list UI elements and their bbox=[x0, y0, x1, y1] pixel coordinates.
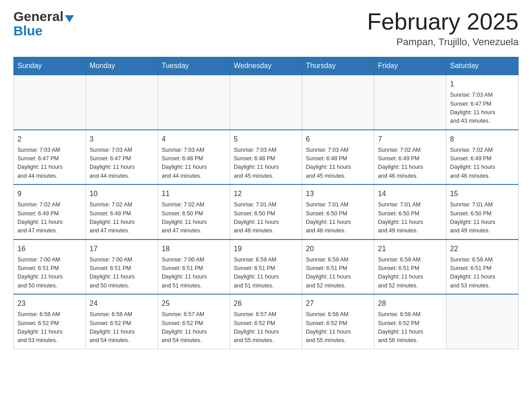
day-info: Sunrise: 7:01 AMSunset: 6:50 PMDaylight:… bbox=[450, 201, 515, 235]
day-info: Sunrise: 6:59 AMSunset: 6:51 PMDaylight:… bbox=[306, 256, 370, 291]
day-info: Sunrise: 7:02 AMSunset: 6:49 PMDaylight:… bbox=[90, 201, 154, 235]
day-info: Sunrise: 6:56 AMSunset: 6:52 PMDaylight:… bbox=[306, 310, 370, 345]
day-number: 3 bbox=[90, 134, 154, 145]
day-number: 27 bbox=[306, 298, 370, 309]
calendar-week-row: 16Sunrise: 7:00 AMSunset: 6:51 PMDayligh… bbox=[14, 240, 519, 295]
day-number: 9 bbox=[17, 188, 82, 199]
day-number: 17 bbox=[90, 244, 154, 254]
calendar-cell: 7Sunrise: 7:02 AMSunset: 6:49 PMDaylight… bbox=[374, 130, 446, 185]
day-info: Sunrise: 7:02 AMSunset: 6:49 PMDaylight:… bbox=[17, 201, 82, 235]
calendar-cell: 14Sunrise: 7:01 AMSunset: 6:50 PMDayligh… bbox=[374, 184, 446, 240]
day-info: Sunrise: 7:01 AMSunset: 6:50 PMDaylight:… bbox=[234, 201, 298, 235]
day-number: 21 bbox=[378, 244, 442, 254]
calendar-cell bbox=[14, 75, 86, 130]
day-info: Sunrise: 7:00 AMSunset: 6:51 PMDaylight:… bbox=[90, 256, 154, 291]
day-info: Sunrise: 7:02 AMSunset: 6:49 PMDaylight:… bbox=[378, 146, 442, 181]
day-info: Sunrise: 6:57 AMSunset: 6:52 PMDaylight:… bbox=[234, 310, 298, 345]
weekday-header-thursday: Thursday bbox=[302, 57, 374, 75]
calendar-cell: 22Sunrise: 6:58 AMSunset: 6:51 PMDayligh… bbox=[446, 240, 519, 295]
day-number: 23 bbox=[17, 298, 82, 309]
day-number: 20 bbox=[306, 244, 370, 254]
weekday-header-sunday: Sunday bbox=[14, 57, 86, 75]
calendar-week-row: 2Sunrise: 7:03 AMSunset: 6:47 PMDaylight… bbox=[14, 130, 519, 185]
day-info: Sunrise: 7:02 AMSunset: 6:49 PMDaylight:… bbox=[450, 146, 515, 181]
calendar-cell: 3Sunrise: 7:03 AMSunset: 6:47 PMDaylight… bbox=[86, 130, 158, 185]
calendar-week-row: 1Sunrise: 7:03 AMSunset: 6:47 PMDaylight… bbox=[14, 75, 519, 130]
day-number: 8 bbox=[450, 134, 515, 145]
calendar-cell: 18Sunrise: 7:00 AMSunset: 6:51 PMDayligh… bbox=[158, 240, 230, 295]
day-number: 13 bbox=[306, 188, 370, 199]
calendar-cell: 8Sunrise: 7:02 AMSunset: 6:49 PMDaylight… bbox=[446, 130, 519, 185]
day-number: 19 bbox=[234, 244, 298, 254]
day-number: 24 bbox=[90, 298, 154, 309]
day-number: 6 bbox=[306, 134, 370, 145]
calendar-cell: 21Sunrise: 6:59 AMSunset: 6:51 PMDayligh… bbox=[374, 240, 446, 295]
day-info: Sunrise: 7:00 AMSunset: 6:51 PMDaylight:… bbox=[17, 256, 82, 291]
day-info: Sunrise: 7:03 AMSunset: 6:47 PMDaylight:… bbox=[90, 146, 154, 181]
calendar-cell bbox=[446, 294, 519, 349]
calendar-cell: 12Sunrise: 7:01 AMSunset: 6:50 PMDayligh… bbox=[230, 184, 302, 240]
logo: General Blue bbox=[13, 9, 74, 38]
day-number: 18 bbox=[162, 244, 226, 254]
calendar-cell: 26Sunrise: 6:57 AMSunset: 6:52 PMDayligh… bbox=[230, 294, 302, 349]
calendar-week-row: 9Sunrise: 7:02 AMSunset: 6:49 PMDaylight… bbox=[14, 184, 519, 240]
day-number: 28 bbox=[378, 298, 442, 309]
weekday-header-saturday: Saturday bbox=[446, 57, 519, 75]
calendar-cell: 17Sunrise: 7:00 AMSunset: 6:51 PMDayligh… bbox=[86, 240, 158, 295]
calendar-cell: 5Sunrise: 7:03 AMSunset: 6:48 PMDaylight… bbox=[230, 130, 302, 185]
weekday-header-friday: Friday bbox=[374, 57, 446, 75]
day-number: 16 bbox=[17, 244, 82, 254]
calendar-cell: 24Sunrise: 6:58 AMSunset: 6:52 PMDayligh… bbox=[86, 294, 158, 349]
day-info: Sunrise: 7:02 AMSunset: 6:50 PMDaylight:… bbox=[162, 201, 226, 235]
month-title: February 2025 bbox=[367, 9, 519, 34]
day-number: 22 bbox=[450, 244, 515, 254]
calendar-table: SundayMondayTuesdayWednesdayThursdayFrid… bbox=[13, 57, 519, 349]
calendar-cell: 19Sunrise: 6:59 AMSunset: 6:51 PMDayligh… bbox=[230, 240, 302, 295]
day-info: Sunrise: 6:58 AMSunset: 6:51 PMDaylight:… bbox=[450, 256, 515, 291]
day-number: 12 bbox=[234, 188, 298, 199]
day-info: Sunrise: 7:01 AMSunset: 6:50 PMDaylight:… bbox=[306, 201, 370, 235]
day-number: 26 bbox=[234, 298, 298, 309]
weekday-header-tuesday: Tuesday bbox=[158, 57, 230, 75]
day-info: Sunrise: 6:59 AMSunset: 6:51 PMDaylight:… bbox=[378, 256, 442, 291]
calendar-cell bbox=[158, 75, 230, 130]
logo-blue: Blue bbox=[13, 24, 43, 38]
day-number: 14 bbox=[378, 188, 442, 199]
day-info: Sunrise: 6:58 AMSunset: 6:52 PMDaylight:… bbox=[90, 310, 154, 345]
calendar-cell: 28Sunrise: 6:56 AMSunset: 6:52 PMDayligh… bbox=[374, 294, 446, 349]
day-number: 4 bbox=[162, 134, 226, 145]
calendar-cell bbox=[302, 75, 374, 130]
weekday-header-wednesday: Wednesday bbox=[230, 57, 302, 75]
calendar-header: SundayMondayTuesdayWednesdayThursdayFrid… bbox=[14, 57, 519, 75]
calendar-cell: 9Sunrise: 7:02 AMSunset: 6:49 PMDaylight… bbox=[14, 184, 86, 240]
calendar-week-row: 23Sunrise: 6:58 AMSunset: 6:52 PMDayligh… bbox=[14, 294, 519, 349]
calendar-cell: 6Sunrise: 7:03 AMSunset: 6:48 PMDaylight… bbox=[302, 130, 374, 185]
day-number: 5 bbox=[234, 134, 298, 145]
logo-triangle-icon bbox=[65, 15, 74, 22]
day-info: Sunrise: 6:58 AMSunset: 6:52 PMDaylight:… bbox=[17, 310, 82, 345]
day-info: Sunrise: 6:57 AMSunset: 6:52 PMDaylight:… bbox=[162, 310, 226, 345]
calendar-cell bbox=[86, 75, 158, 130]
calendar-cell: 10Sunrise: 7:02 AMSunset: 6:49 PMDayligh… bbox=[86, 184, 158, 240]
calendar-cell: 2Sunrise: 7:03 AMSunset: 6:47 PMDaylight… bbox=[14, 130, 86, 185]
day-info: Sunrise: 7:03 AMSunset: 6:48 PMDaylight:… bbox=[234, 146, 298, 181]
day-number: 10 bbox=[90, 188, 154, 199]
calendar-cell bbox=[230, 75, 302, 130]
day-info: Sunrise: 7:03 AMSunset: 6:47 PMDaylight:… bbox=[450, 91, 515, 126]
calendar-body: 1Sunrise: 7:03 AMSunset: 6:47 PMDaylight… bbox=[14, 75, 519, 349]
weekday-row: SundayMondayTuesdayWednesdayThursdayFrid… bbox=[14, 57, 519, 75]
calendar-cell: 1Sunrise: 7:03 AMSunset: 6:47 PMDaylight… bbox=[446, 75, 519, 130]
calendar-cell: 20Sunrise: 6:59 AMSunset: 6:51 PMDayligh… bbox=[302, 240, 374, 295]
day-number: 15 bbox=[450, 188, 515, 199]
day-info: Sunrise: 7:01 AMSunset: 6:50 PMDaylight:… bbox=[378, 201, 442, 235]
day-info: Sunrise: 6:56 AMSunset: 6:52 PMDaylight:… bbox=[378, 310, 442, 345]
day-info: Sunrise: 6:59 AMSunset: 6:51 PMDaylight:… bbox=[234, 256, 298, 291]
day-info: Sunrise: 7:03 AMSunset: 6:47 PMDaylight:… bbox=[17, 146, 82, 181]
day-info: Sunrise: 7:00 AMSunset: 6:51 PMDaylight:… bbox=[162, 256, 226, 291]
day-number: 11 bbox=[162, 188, 226, 199]
location-title: Pampan, Trujillo, Venezuela bbox=[367, 36, 519, 48]
day-number: 1 bbox=[450, 79, 515, 90]
calendar-cell: 13Sunrise: 7:01 AMSunset: 6:50 PMDayligh… bbox=[302, 184, 374, 240]
calendar-cell bbox=[374, 75, 446, 130]
calendar-cell: 15Sunrise: 7:01 AMSunset: 6:50 PMDayligh… bbox=[446, 184, 519, 240]
